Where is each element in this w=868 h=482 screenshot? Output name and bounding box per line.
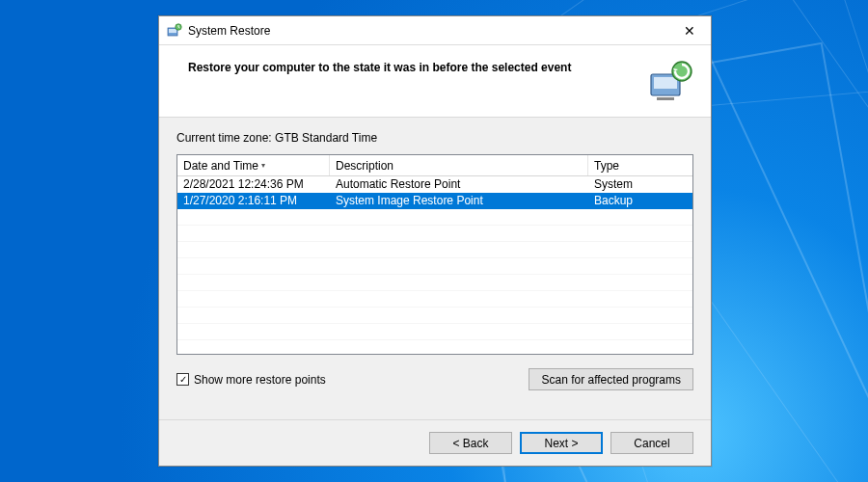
wizard-body: Current time zone: GTB Standard Time Dat… [159,118,711,419]
cell-description: Automatic Restore Point [330,176,588,193]
wizard-heading: Restore your computer to the state it wa… [188,59,637,74]
cell-type: System [588,176,692,193]
table-row[interactable]: 2/28/2021 12:24:36 PMAutomatic Restore P… [177,176,692,193]
column-header-label: Description [336,159,393,173]
back-button[interactable]: < Back [429,432,512,454]
below-grid-row: Show more restore points Scan for affect… [176,368,693,390]
timezone-label: Current time zone: GTB Standard Time [176,131,693,145]
titlebar: System Restore ✕ [159,16,711,45]
window-title: System Restore [188,24,670,38]
scan-affected-programs-button[interactable]: Scan for affected programs [529,368,693,390]
cell-type: Backup [588,193,692,209]
column-header-label: Date and Time [183,159,258,173]
checkbox-icon [176,373,189,386]
table-header: Date and Time ▾ Description Type [177,155,692,176]
wizard-header: Restore your computer to the state it wa… [159,45,711,118]
sort-descending-icon: ▾ [261,161,265,170]
table-row[interactable]: 1/27/2020 2:16:11 PMSystem Image Restore… [177,193,692,209]
system-restore-dialog: System Restore ✕ Restore your computer t… [158,15,712,467]
column-header-date-time[interactable]: Date and Time ▾ [177,155,330,175]
next-button[interactable]: Next > [520,432,603,454]
show-more-restore-points-checkbox[interactable]: Show more restore points [176,373,326,387]
table-body: 2/28/2021 12:24:36 PMAutomatic Restore P… [177,176,692,354]
svg-rect-5 [657,97,674,100]
checkbox-label: Show more restore points [194,373,326,387]
cell-description: System Image Restore Point [330,193,588,209]
wizard-footer: < Back Next > Cancel [159,419,711,466]
cancel-button[interactable]: Cancel [610,432,693,454]
system-restore-icon [167,23,182,39]
column-header-label: Type [594,159,619,173]
cell-date-time: 2/28/2021 12:24:36 PM [177,176,330,193]
column-header-type[interactable]: Type [588,155,692,175]
close-icon: ✕ [684,23,695,39]
svg-rect-4 [654,77,677,89]
restore-hero-icon [647,59,693,105]
cell-date-time: 1/27/2020 2:16:11 PM [177,193,330,209]
restore-points-table[interactable]: Date and Time ▾ Description Type 2/28/20… [176,154,693,355]
close-button[interactable]: ✕ [670,17,709,44]
column-header-description[interactable]: Description [330,155,588,175]
svg-rect-1 [169,29,176,33]
